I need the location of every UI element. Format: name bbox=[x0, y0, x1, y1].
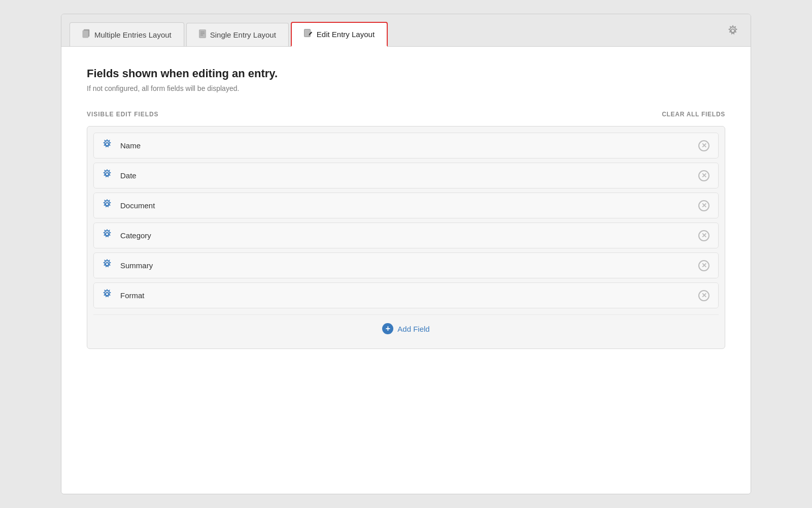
fields-container: Name ✕ Date ✕ bbox=[87, 126, 725, 349]
tab-bar: Multiple Entries Layout Single Entry Lay… bbox=[61, 14, 751, 47]
page-icon bbox=[199, 29, 206, 40]
add-field-label: Add Field bbox=[397, 325, 429, 333]
field-label-summary: Summary bbox=[120, 261, 698, 270]
add-field-row: + Add Field bbox=[93, 314, 719, 342]
pages-icon bbox=[82, 29, 90, 40]
field-label-date: Date bbox=[120, 171, 698, 180]
tab-single-entry[interactable]: Single Entry Layout bbox=[186, 23, 289, 46]
field-remove-name[interactable]: ✕ bbox=[698, 140, 710, 152]
remove-circle-document: ✕ bbox=[698, 200, 709, 211]
content-area: Fields shown when editing an entry. If n… bbox=[61, 47, 751, 494]
field-label-category: Category bbox=[120, 231, 698, 240]
tab-edit-entry-label: Edit Entry Layout bbox=[317, 30, 375, 39]
field-remove-category[interactable]: ✕ bbox=[698, 230, 710, 242]
field-gear-icon-format[interactable] bbox=[102, 289, 112, 302]
field-remove-document[interactable]: ✕ bbox=[698, 200, 710, 212]
field-row-document[interactable]: Document ✕ bbox=[93, 193, 719, 218]
field-row-format[interactable]: Format ✕ bbox=[93, 282, 719, 308]
svg-rect-1 bbox=[83, 30, 88, 38]
add-field-button[interactable]: + Add Field bbox=[382, 323, 429, 334]
field-row-summary[interactable]: Summary ✕ bbox=[93, 252, 719, 278]
remove-circle-date: ✕ bbox=[698, 170, 709, 181]
field-label-name: Name bbox=[120, 141, 698, 150]
tab-single-entry-label: Single Entry Layout bbox=[210, 30, 276, 39]
page-subtitle: If not configured, all form fields will … bbox=[87, 84, 725, 92]
field-row-date[interactable]: Date ✕ bbox=[93, 163, 719, 188]
field-gear-icon-category[interactable] bbox=[102, 229, 112, 242]
field-label-document: Document bbox=[120, 201, 698, 210]
remove-circle-summary: ✕ bbox=[698, 260, 709, 271]
remove-circle-name: ✕ bbox=[698, 140, 709, 151]
field-gear-icon-date[interactable] bbox=[102, 169, 112, 182]
field-remove-date[interactable]: ✕ bbox=[698, 170, 710, 182]
remove-circle-category: ✕ bbox=[698, 230, 709, 241]
remove-circle-format: ✕ bbox=[698, 290, 709, 301]
field-label-format: Format bbox=[120, 291, 698, 300]
tab-multiple-entries[interactable]: Multiple Entries Layout bbox=[70, 22, 184, 46]
tab-edit-entry[interactable]: Edit Entry Layout bbox=[291, 22, 388, 47]
clear-all-button[interactable]: CLEAR ALL FIELDS bbox=[662, 111, 725, 118]
settings-button[interactable] bbox=[723, 23, 742, 41]
tab-multiple-entries-label: Multiple Entries Layout bbox=[94, 30, 172, 39]
field-row-category[interactable]: Category ✕ bbox=[93, 223, 719, 248]
field-remove-format[interactable]: ✕ bbox=[698, 290, 710, 302]
add-circle-icon: + bbox=[382, 323, 393, 334]
page-title: Fields shown when editing an entry. bbox=[87, 67, 725, 80]
main-container: Multiple Entries Layout Single Entry Lay… bbox=[61, 14, 751, 494]
field-gear-icon-document[interactable] bbox=[102, 199, 112, 212]
field-gear-icon-summary[interactable] bbox=[102, 259, 112, 272]
svg-rect-3 bbox=[304, 29, 310, 37]
field-gear-icon-name[interactable] bbox=[102, 139, 112, 152]
section-label: VISIBLE EDIT FIELDS bbox=[87, 111, 159, 118]
edit-icon bbox=[304, 29, 313, 40]
field-row-name[interactable]: Name ✕ bbox=[93, 133, 719, 158]
field-remove-summary[interactable]: ✕ bbox=[698, 260, 710, 272]
section-header: VISIBLE EDIT FIELDS CLEAR ALL FIELDS bbox=[87, 111, 725, 118]
